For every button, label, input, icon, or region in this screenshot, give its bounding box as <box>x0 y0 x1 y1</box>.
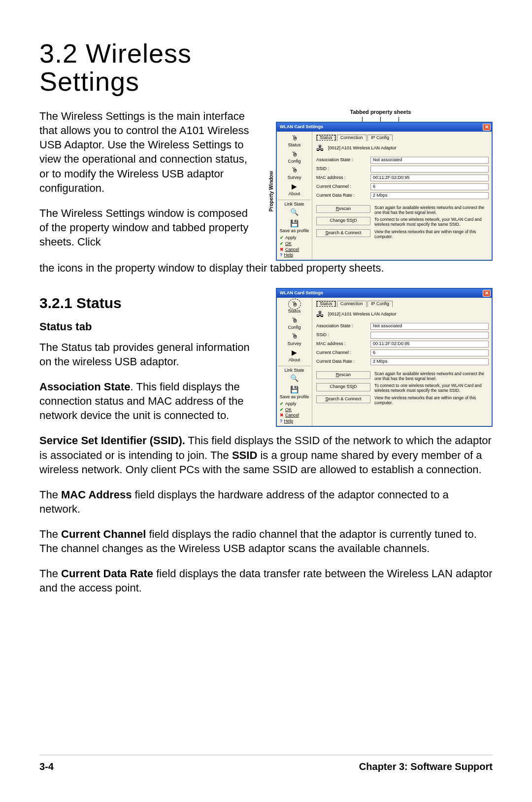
callout-ticks <box>268 117 493 122</box>
page-footer: 3-4 Chapter 3: Software Support <box>39 755 493 772</box>
about-icon: ▶ <box>289 182 300 191</box>
title-line2: Settings <box>39 67 139 96</box>
wlan-titlebar-2: WLAN Card Settings ✕ <box>277 289 492 298</box>
rate-paragraph: The Current Data Rate field displays the… <box>39 566 493 595</box>
assoc-state-paragraph: Association State. This field displays t… <box>39 380 262 422</box>
side-config: Config <box>278 159 311 164</box>
intro-paragraph-2a: The Wireless Settings window is composed… <box>39 206 255 249</box>
cancel-action: ✖Cancel <box>278 247 311 252</box>
side-save-profile: Save as profile <box>278 229 311 234</box>
rescan-button-2: Rescan <box>316 371 370 379</box>
tab-bar-2: Status Connection IP Config <box>316 301 489 307</box>
rescan-button: RRescanescan <box>316 205 370 213</box>
link-state-label: Link State <box>284 202 304 207</box>
survey-icon-2: 🖰 <box>289 332 300 341</box>
tab-status: Status <box>316 135 336 141</box>
close-icon: ✕ <box>483 124 491 131</box>
about-icon-2: ▶ <box>289 349 300 357</box>
adapter-icon-2: 🖧 <box>316 310 324 319</box>
rate-label: Current Data Rate : <box>316 193 370 198</box>
status-heading: 3.2.1 Status <box>39 295 262 312</box>
side-status: Status <box>278 143 311 148</box>
survey-icon: 🖰 <box>289 166 300 175</box>
cancel-action-2: ✖Cancel <box>278 413 311 418</box>
change-ssid-button-2: Change SSID <box>316 383 370 391</box>
intro-paragraph-2b: the icons in the property window to disp… <box>39 261 493 275</box>
close-icon-2: ✕ <box>483 290 491 297</box>
search-connect-button: Search & Connect <box>316 229 370 237</box>
help-action-2: ?Help <box>278 419 311 424</box>
channel-paragraph: The Current Channel field displays the r… <box>39 527 493 556</box>
wlan-titlebar: WLAN Card Settings ✕ <box>277 123 492 132</box>
wlan-screenshot-1: WLAN Card Settings ✕ 🖰Status 🖰Config 🖰Su… <box>276 122 493 261</box>
help-action: ?Help <box>278 253 311 258</box>
save-profile-icon-2: 💾 <box>289 385 300 394</box>
mac-value: 00:11:2F:02:D0:95 <box>370 174 489 181</box>
section-title: 3.2 Wireless Settings <box>39 39 246 95</box>
chapter-label: Chapter 3: Software Support <box>359 761 493 772</box>
ssid-label: SSID : <box>316 167 370 172</box>
ssid-paragraph: Service Set Identifier (SSID). This fiel… <box>39 433 493 476</box>
search-desc: View the wireless networks that are with… <box>374 229 489 239</box>
search-connect-button-2: Search & Connect <box>316 395 370 403</box>
config-icon-2: 🖰 <box>289 316 300 325</box>
property-window-sidebar: 🖰Status 🖰Config 🖰Survey ▶About Link Stat… <box>277 132 312 260</box>
page-number: 3-4 <box>39 761 54 772</box>
config-icon: 🖰 <box>289 150 300 159</box>
rescan-desc: Scan again for available wireless networ… <box>374 205 489 215</box>
mac-paragraph: The MAC Address field displays the hardw… <box>39 488 493 516</box>
ok-action: ✔OK <box>278 242 311 246</box>
change-ssid-desc: To connect to one wireless network, your… <box>374 217 489 227</box>
title-line1: 3.2 Wireless <box>39 38 192 68</box>
ssid-value <box>370 166 489 173</box>
channel-label: Current Channel : <box>316 184 370 189</box>
side-survey: Survey <box>278 175 311 180</box>
status-icon-2: 🖰 <box>289 300 300 309</box>
assoc-state-value: Not associated <box>370 157 489 164</box>
adapter-name: [0012] A101 Wireless LAN Adaptor <box>328 146 397 151</box>
status-tab-heading: Status tab <box>39 320 262 333</box>
side-about: About <box>278 192 311 197</box>
assoc-state-label: Association State : <box>316 158 370 163</box>
status-p1: The Status tab provides general informat… <box>39 340 262 369</box>
wlan-screenshot-2: WLAN Card Settings ✕ 🖰Status 🖰Config 🖰Su… <box>276 288 493 427</box>
link-state-icon: 🔍 <box>289 208 300 217</box>
rate-value: 2 Mbps <box>370 192 489 199</box>
change-ssid-button: Change SSID <box>316 217 370 225</box>
save-profile-icon: 💾 <box>289 219 300 228</box>
property-window-label: Property Window <box>268 171 274 211</box>
wlan-title-2: WLAN Card Settings <box>280 291 323 296</box>
apply-action: ✔Apply <box>278 236 311 241</box>
tab-bar: Status Connection IP Config <box>316 135 489 141</box>
mac-label: MAC address : <box>316 175 370 180</box>
tab-connection: Connection <box>337 135 366 141</box>
tabbed-sheets-label: Tabbed property sheets <box>268 109 493 115</box>
property-window-sidebar-2: 🖰Status 🖰Config 🖰Survey ▶About Link Stat… <box>277 298 312 426</box>
adapter-icon: 🖧 <box>316 144 324 153</box>
status-icon: 🖰 <box>289 134 300 142</box>
wlan-title: WLAN Card Settings <box>280 125 323 130</box>
apply-action-2: ✔Apply <box>278 402 311 407</box>
link-state-icon-2: 🔍 <box>289 374 300 383</box>
ok-action-2: ✔OK <box>278 408 311 413</box>
channel-value: 6 <box>370 183 489 190</box>
intro-paragraph-1: The Wireless Settings is the main interf… <box>39 109 255 195</box>
tab-ipconfig: IP Config <box>367 135 393 141</box>
